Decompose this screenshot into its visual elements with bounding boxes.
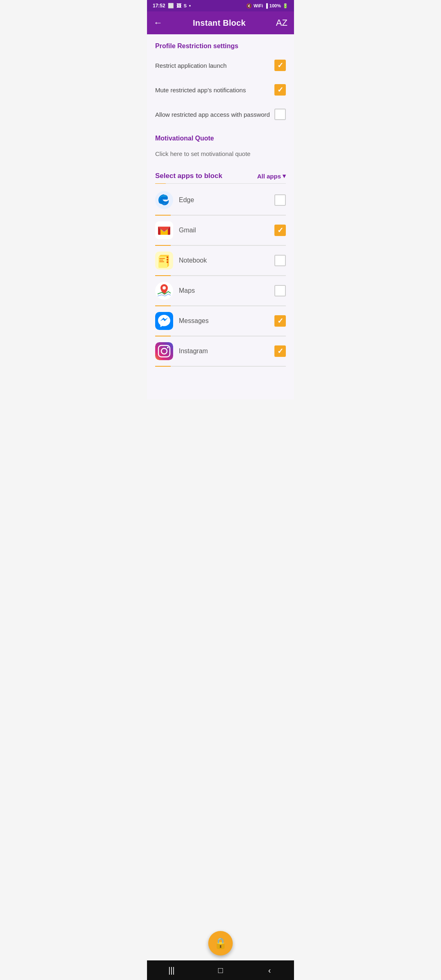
- messages-app-name: Messages: [179, 317, 269, 325]
- app-row-maps: Maps: [147, 276, 294, 305]
- signal-icon: ▐: [265, 3, 268, 8]
- back-button[interactable]: ←: [154, 18, 163, 28]
- mute-icon: 🔇: [246, 3, 252, 9]
- notebook-icon-container: [155, 252, 173, 270]
- app-row-messages: Messages: [147, 306, 294, 336]
- gmail-checkbox[interactable]: [274, 225, 286, 236]
- app-row-edge: Edge: [147, 185, 294, 215]
- edge-checkbox[interactable]: [274, 194, 286, 206]
- set-quote-row[interactable]: Click here to set motivational quote: [147, 145, 294, 165]
- edge-icon-container: [155, 191, 173, 209]
- svg-rect-12: [167, 261, 168, 263]
- motivational-section-header: Motivational Quote: [147, 127, 294, 145]
- notebook-app-name: Notebook: [179, 257, 269, 264]
- notebook-checkbox[interactable]: [274, 255, 286, 266]
- set-quote-label: Click here to set motivational quote: [155, 150, 250, 157]
- instagram-divider: [155, 366, 286, 367]
- top-divider: [155, 183, 286, 184]
- apps-section-title: Select apps to block: [155, 172, 222, 180]
- all-apps-label: All apps: [257, 173, 281, 180]
- mute-notifications-row: Mute restricted app's notifications: [147, 78, 294, 102]
- svg-rect-9: [159, 261, 164, 262]
- restrict-launch-row: Restrict application launch: [147, 53, 294, 78]
- instagram-app-name: Instagram: [179, 347, 269, 355]
- status-right: 🔇 WiFi ▐ 100% 🔋: [246, 3, 288, 9]
- svg-point-24: [167, 347, 169, 348]
- app-row-instagram: Instagram: [147, 336, 294, 366]
- edge-app-name: Edge: [179, 196, 269, 204]
- password-access-label: Allow restricted app access with passwor…: [155, 111, 274, 118]
- status-bar: 17:52 ⬜ 🖼 S • 🔇 WiFi ▐ 100% 🔋: [147, 0, 294, 11]
- dot-icon: •: [189, 3, 191, 9]
- photo-icon: 🖼: [176, 3, 181, 9]
- app-row-notebook: Notebook: [147, 246, 294, 275]
- mute-notifications-label: Mute restricted app's notifications: [155, 87, 274, 94]
- status-time: 17:52: [153, 3, 165, 9]
- main-content: Profile Restriction settings Restrict ap…: [147, 34, 294, 399]
- all-apps-filter[interactable]: All apps ▾: [257, 172, 286, 180]
- sort-az-button[interactable]: AZ: [276, 18, 287, 28]
- svg-rect-7: [159, 258, 165, 259]
- apps-section-header: Select apps to block All apps ▾: [147, 165, 294, 183]
- svg-rect-8: [159, 260, 163, 261]
- app-bar: ← Instant Block AZ: [147, 11, 294, 34]
- svg-rect-21: [155, 342, 173, 360]
- restrict-launch-checkbox[interactable]: [274, 60, 286, 71]
- wifi-icon: WiFi: [254, 3, 263, 8]
- gmail-app-name: Gmail: [179, 227, 269, 234]
- chevron-down-icon: ▾: [283, 172, 286, 180]
- svg-rect-11: [167, 259, 168, 261]
- instagram-icon-container: [155, 342, 173, 360]
- maps-checkbox[interactable]: [274, 285, 286, 296]
- battery-icon: 🔋: [283, 3, 288, 9]
- restrict-launch-label: Restrict application launch: [155, 62, 274, 69]
- maps-icon-container: [155, 282, 173, 300]
- messages-icon-container: [155, 312, 173, 330]
- app-row-gmail: Gmail: [147, 216, 294, 245]
- svg-rect-10: [167, 256, 168, 258]
- app-bar-title: Instant Block: [193, 18, 245, 28]
- messages-checkbox[interactable]: [274, 315, 286, 327]
- battery-text: 100%: [270, 3, 281, 8]
- s-icon: S: [184, 3, 187, 8]
- password-access-row: Allow restricted app access with passwor…: [147, 102, 294, 127]
- svg-point-0: [155, 191, 173, 209]
- sim-icon: ⬜: [168, 3, 174, 9]
- maps-app-name: Maps: [179, 287, 269, 294]
- password-access-checkbox[interactable]: [274, 109, 286, 120]
- instagram-checkbox[interactable]: [274, 345, 286, 357]
- profile-section-header: Profile Restriction settings: [147, 34, 294, 53]
- svg-point-14: [163, 286, 166, 290]
- status-left: 17:52 ⬜ 🖼 S •: [153, 3, 191, 9]
- gmail-icon-container: [155, 221, 173, 239]
- mute-notifications-checkbox[interactable]: [274, 84, 286, 96]
